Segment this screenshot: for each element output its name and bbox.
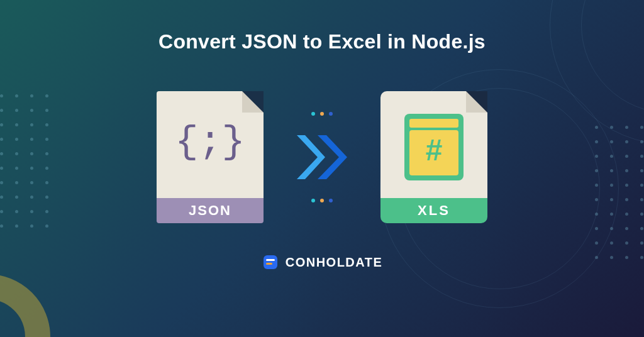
svg-rect-5 [266,263,272,265]
double-chevron-icon [294,132,350,182]
deco-dot-grid-left [0,94,49,228]
svg-rect-1 [409,119,458,128]
json-label: JSON [157,198,264,223]
xls-file-icon: # XLS [380,91,487,223]
json-braces-symbol: {;} [157,123,264,162]
deco-dot-grid-right [595,126,644,259]
conversion-arrow [294,112,350,202]
deco-yellow-arc [0,274,50,337]
brand-name: CONHOLDATE [286,255,383,270]
svg-rect-3 [264,255,277,269]
xls-spreadsheet-icon: # [404,114,464,180]
xls-fold-corner [466,91,487,113]
hash-symbol: # [426,133,443,167]
json-file-icon: {;} JSON [157,91,264,223]
xls-label: XLS [380,198,487,223]
page-title: Convert JSON to Excel in Node.js [0,0,644,53]
brand-logo-icon [262,253,279,271]
json-fold-corner [242,91,264,113]
deco-dots-top [311,112,333,116]
deco-dots-bottom [311,199,333,202]
svg-rect-4 [266,259,275,261]
